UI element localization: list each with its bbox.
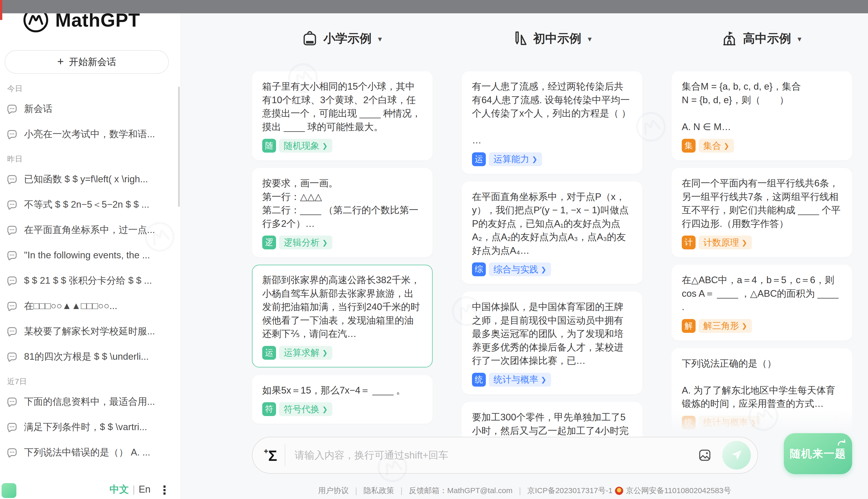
chevron-right-icon: ❯ (751, 419, 756, 427)
example-card[interactable]: 在平面直角坐标系中，对于点P（x，y），我们把点P′(y − 1, −x − 1… (462, 182, 642, 284)
icp-license-link[interactable]: 京ICP备2023017317号-1 (527, 486, 613, 495)
tag-badge: 逻 (262, 235, 276, 250)
clipped-card-wrapper: 下列说法正确的是（） A. 为了了解东北地区中学生每天体育锻炼的时间，应采用普查… (671, 348, 852, 433)
language-switch: 中文 | En (110, 483, 150, 496)
problem-text: 如果5x＝15，那么7x−4＝ ____ 。 (262, 384, 423, 397)
tag-row: 符 符号代换 ❯ (262, 402, 423, 416)
tag-badge: 运 (472, 152, 486, 166)
chat-bubble-icon (6, 173, 18, 185)
problem-text: 中国体操队，是中国体育军团的王牌之师，是目前现役中国运动员中拥有最多奥运冠军的团… (472, 300, 632, 368)
tag-link[interactable]: 解三角形 ❯ (699, 319, 752, 333)
chat-bubble-icon (6, 250, 18, 261)
tag-link[interactable]: 计数原理 ❯ (699, 235, 752, 250)
example-card[interactable]: 在△ABC中，a＝4，b＝5，c＝6，则 cos A＝ ____ ，△ABC的面… (671, 265, 852, 341)
conversation-item[interactable]: 下面的信息资料中，最适合用... (6, 389, 173, 414)
chevron-right-icon: ❯ (541, 376, 546, 384)
conversation-item[interactable]: 在平面直角坐标系中，过一点... (6, 217, 173, 242)
example-card[interactable]: 中国体操队，是中国体育军团的王牌之师，是目前现役中国运动员中拥有最多奥运冠军的团… (462, 292, 642, 394)
tag-row: 统 统计与概率 ❯ (472, 373, 632, 387)
tag-link[interactable]: 集合 ❯ (699, 139, 734, 153)
example-card[interactable]: 如果5x＝15，那么7x−4＝ ____ 。 符 符号代换 ❯ (252, 375, 432, 424)
example-card[interactable]: 在同一个平面内有一组平行线共6条，另一组平行线共7条，这两组平行线相互不平行，则… (671, 168, 852, 257)
plus-icon: + (57, 56, 64, 67)
new-conversation-button[interactable]: + 开始新会话 (4, 50, 169, 74)
chat-bubble-icon (6, 275, 18, 287)
example-card-selected[interactable]: 新邵到张家界的高速公路长382千米，小杨自驾车从新邵去张家界旅游，出发前把油箱加… (252, 265, 432, 367)
tag-badge: 计 (682, 235, 695, 250)
chevron-down-icon: ▼ (586, 35, 593, 43)
upload-image-button[interactable] (697, 448, 712, 462)
high-school-examples-dropdown[interactable]: 高中示例 ▼ (671, 27, 852, 50)
example-card[interactable]: 有一人患了流感，经过两轮传染后共有64人患了流感. 设每轮传染中平均一个人传染了… (462, 71, 642, 174)
chat-bubble-icon (6, 199, 18, 210)
chat-bubble-icon (6, 351, 18, 363)
language-en[interactable]: En (139, 484, 150, 495)
chevron-right-icon: ❯ (322, 349, 328, 357)
tag-row: 综 综合与实践 ❯ (472, 263, 632, 276)
elementary-examples-dropdown[interactable]: 小学示例 ▼ (252, 27, 432, 50)
conversation-item[interactable]: 小亮在一次考试中，数学和语... (6, 121, 173, 147)
more-menu-icon[interactable]: ⋮ (159, 483, 171, 497)
conversation-list: 今日 新会话 小亮在一次考试中，数学和语... 昨日 已知函数 $ $ y=f\… (0, 76, 178, 480)
tag-row: 统 统计与概率 ❯ (682, 416, 842, 430)
example-card[interactable]: 箱子里有大小相同的15个小球，其中有10个红球、3个黄球、2个白球，任意摸出一个… (252, 71, 432, 160)
random-question-button[interactable]: 随机来一题 (784, 433, 852, 474)
chevron-right-icon: ❯ (742, 322, 747, 330)
send-button[interactable] (722, 441, 751, 470)
middle-school-examples-dropdown[interactable]: 初中示例 ▼ (462, 27, 642, 50)
example-card[interactable]: 按要求，画一画。 第一行：△△△ 第二行：____ （第二行的个数比第一行多2个… (252, 168, 432, 257)
chat-bubble-icon (6, 447, 18, 458)
conversation-item[interactable]: "In the following events, the ... (6, 242, 173, 268)
problem-text: 在平面直角坐标系中，对于点P（x，y），我们把点P′(y − 1, −x − 1… (472, 190, 632, 258)
avatar[interactable] (1, 483, 16, 498)
conversation-item[interactable]: 已知函数 $ $ y=f\left( x \righ... (6, 167, 173, 192)
feedback-email[interactable]: 反馈邮箱：MathGPT@tal.com (409, 486, 513, 495)
public-security-license-link[interactable]: 京公网安备11010802042583号 (626, 486, 731, 495)
conversation-item[interactable]: 在□□□○○▲▲□□□○○... (6, 293, 173, 318)
language-zh[interactable]: 中文 (110, 483, 129, 496)
tag-row: 集 集合 ❯ (682, 139, 842, 153)
conversation-item[interactable]: 下列说法中错误的是（） A. ... (6, 440, 173, 465)
sidebar-scrollbar[interactable] (178, 87, 180, 207)
sidebar: MathGPT + 开始新会话 今日 新会话 小亮在一次考试中，数学和语... … (0, 0, 181, 499)
conversation-item[interactable]: 某校要了解家长对学校延时服... (6, 318, 173, 344)
tag-badge: 随 (262, 139, 276, 153)
column-middle-school: 初中示例 ▼ 有一人患了流感，经过两轮传染后共有64人患了流感. 设每轮传染中平… (462, 27, 642, 458)
message-input[interactable] (294, 450, 697, 461)
composer-divider (285, 445, 285, 466)
backpack-icon (301, 30, 318, 47)
example-card[interactable]: 下列说法正确的是（） A. 为了了解东北地区中学生每天体育锻炼的时间，应采用普查… (671, 348, 852, 433)
tag-link[interactable]: 随机现象 ❯ (279, 139, 332, 153)
tag-link[interactable]: 运算能力 ❯ (489, 152, 542, 166)
chevron-right-icon: ❯ (532, 155, 538, 163)
tag-link[interactable]: 逻辑分析 ❯ (279, 235, 332, 250)
formula-input-button[interactable]: +Σ (264, 447, 277, 463)
tag-link[interactable]: 综合与实践 ❯ (489, 263, 551, 276)
mathgpt-app: MathGPT + 开始新会话 今日 新会话 小亮在一次考试中，数学和语... … (0, 0, 868, 499)
tag-link[interactable]: 符号代换 ❯ (279, 402, 332, 416)
tag-row: 运 运算求解 ❯ (262, 346, 423, 360)
conversation-item[interactable]: 满足下列条件时，$ $ \vartri... (6, 414, 173, 440)
chat-bubble-icon (6, 103, 18, 115)
chevron-right-icon: ❯ (322, 239, 328, 247)
problem-text: 新邵到张家界的高速公路长382千米，小杨自驾车从新邵去张家界旅游，出发前把油箱加… (262, 273, 423, 341)
tag-link[interactable]: 统计与概率 ❯ (489, 373, 551, 387)
section-label-week: 近7日 (7, 376, 173, 387)
problem-text: 箱子里有大小相同的15个小球，其中有10个红球、3个黄球、2个白球，任意摸出一个… (262, 80, 423, 134)
tag-link[interactable]: 统计与概率 ❯ (699, 416, 761, 430)
conversation-item[interactable]: 81的四次方根是 $ $ \underli... (6, 344, 173, 369)
column-elementary: 小学示例 ▼ 箱子里有大小相同的15个小球，其中有10个红球、3个黄球、2个白球… (252, 27, 432, 424)
tag-row: 随 随机现象 ❯ (262, 139, 423, 153)
conversation-item[interactable]: $ $ 21 $ $ 张积分卡分给 $ $ ... (6, 268, 173, 293)
privacy-link[interactable]: 隐私政策 (364, 486, 394, 495)
terms-link[interactable]: 用户协议 (318, 486, 349, 495)
tag-link[interactable]: 运算求解 ❯ (279, 346, 332, 360)
conversation-item[interactable]: 新会话 (6, 96, 173, 121)
tag-badge: 解 (682, 319, 695, 333)
screen-share-bar (0, 0, 868, 13)
example-card[interactable]: 集合M = {a, b, c, d, e}，集合 N = {b, d, e}，则… (671, 71, 852, 160)
shuffle-arrow-icon (835, 437, 846, 449)
section-label-today: 今日 (7, 84, 173, 94)
tag-row: 运 运算能力 ❯ (472, 152, 632, 166)
conversation-item[interactable]: 不等式 $ $ 2n−5＜5−2n $ $ ... (6, 192, 173, 217)
